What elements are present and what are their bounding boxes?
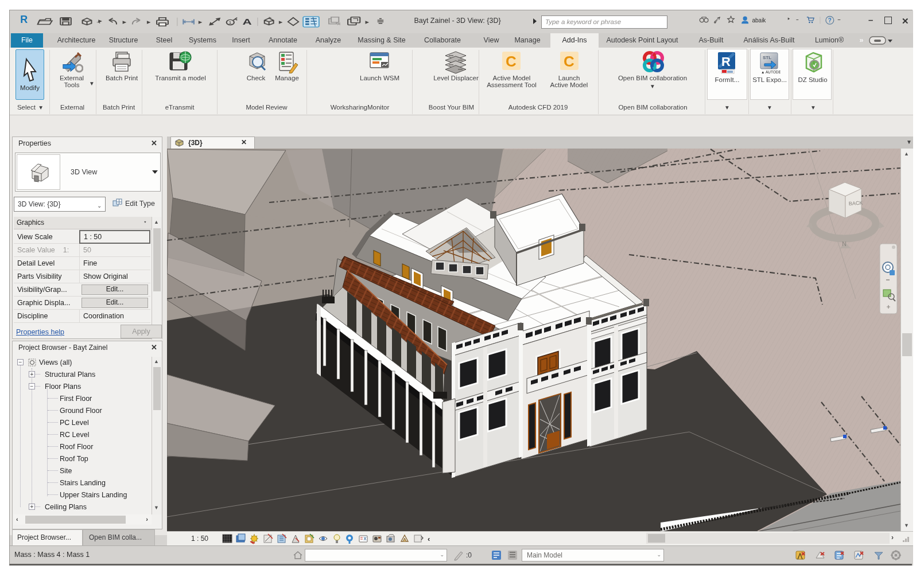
svg-text:1: 1 bbox=[228, 20, 232, 25]
svg-text:C: C bbox=[506, 53, 517, 70]
svg-text:A: A bbox=[242, 17, 251, 27]
svg-text:▲ AUTODESK: ▲ AUTODESK bbox=[761, 70, 781, 74]
svg-text:‹: ‹ bbox=[428, 535, 430, 543]
svg-text:?: ? bbox=[828, 17, 832, 24]
svg-text:R: R bbox=[721, 54, 731, 69]
svg-text:STL: STL bbox=[763, 55, 771, 60]
svg-text:BACK: BACK bbox=[849, 200, 863, 206]
svg-text:N: N bbox=[842, 240, 847, 247]
svg-text:C: C bbox=[564, 53, 574, 70]
svg-text:R: R bbox=[20, 14, 28, 25]
svg-text:abaik: abaik bbox=[752, 17, 766, 24]
